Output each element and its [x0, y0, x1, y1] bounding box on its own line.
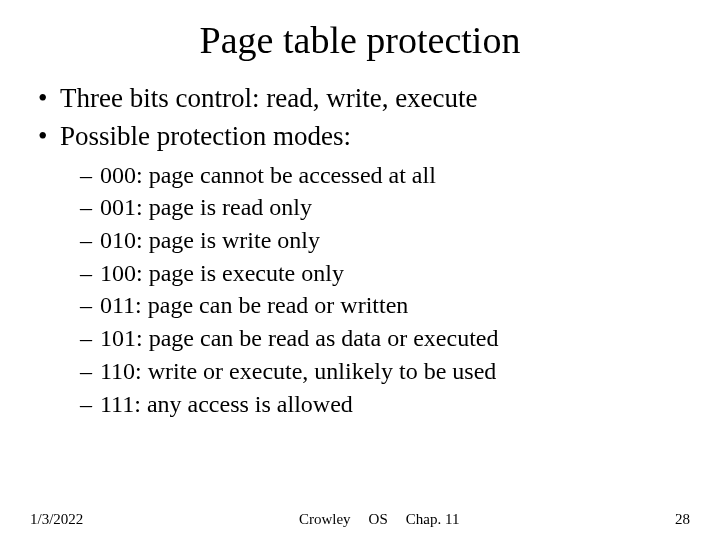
sub-item: 010: page is write only: [80, 225, 690, 256]
footer-date: 1/3/2022: [30, 511, 83, 528]
slide-footer: 1/3/2022 Crowley OS Chap. 11 28: [0, 511, 720, 528]
sub-item: 000: page cannot be accessed at all: [80, 160, 690, 191]
sub-item: 100: page is execute only: [80, 258, 690, 289]
bullet-item: Three bits control: read, write, execute: [34, 82, 690, 116]
slide: Page table protection Three bits control…: [0, 0, 720, 540]
sub-item: 111: any access is allowed: [80, 389, 690, 420]
top-bullets: Three bits control: read, write, execute…: [30, 82, 690, 154]
sub-item: 001: page is read only: [80, 192, 690, 223]
sub-item: 011: page can be read or written: [80, 290, 690, 321]
footer-chapter: Chap. 11: [406, 511, 460, 528]
footer-author: Crowley: [299, 511, 351, 528]
footer-page-number: 28: [675, 511, 690, 528]
slide-title: Page table protection: [30, 18, 690, 62]
footer-center: Crowley OS Chap. 11: [299, 511, 459, 528]
footer-subject: OS: [369, 511, 388, 528]
sub-item: 101: page can be read as data or execute…: [80, 323, 690, 354]
sub-bullets: 000: page cannot be accessed at all 001:…: [30, 160, 690, 420]
bullet-item: Possible protection modes:: [34, 120, 690, 154]
sub-item: 110: write or execute, unlikely to be us…: [80, 356, 690, 387]
